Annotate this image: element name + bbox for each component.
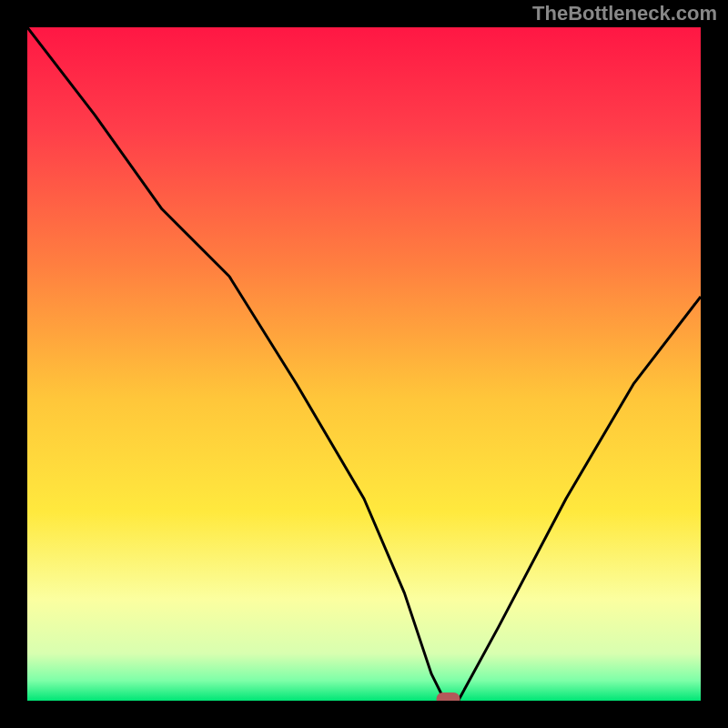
watermark-text: TheBottleneck.com [532, 2, 717, 25]
chart-container: TheBottleneck.com [0, 0, 728, 728]
chart-svg [27, 27, 701, 701]
optimal-marker [437, 693, 460, 701]
gradient-background [27, 27, 701, 701]
plot-area [27, 27, 701, 701]
